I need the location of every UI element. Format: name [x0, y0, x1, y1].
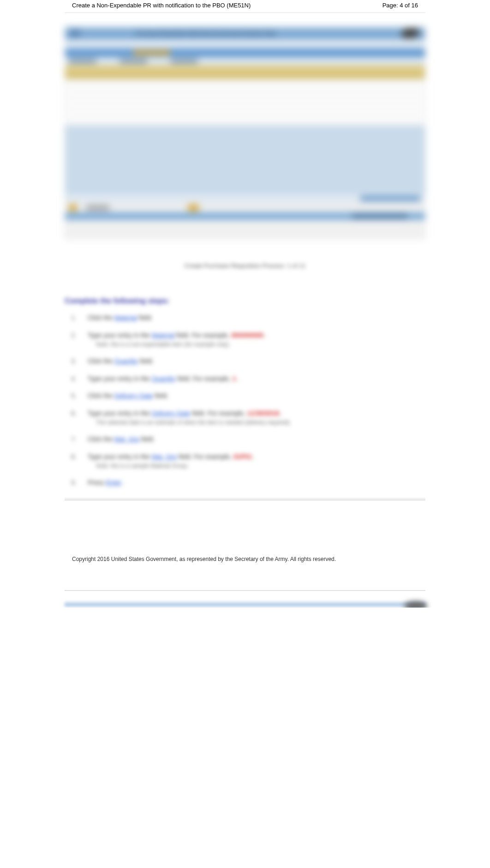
step-number: 9.	[65, 478, 88, 488]
copyright-text: Copyright 2016 United States Government,…	[65, 556, 425, 562]
step-item: 1. Click the Material field.	[65, 313, 425, 323]
step-number: 7.	[65, 435, 88, 444]
step-number: 2.	[65, 331, 88, 349]
step-text: Click the Mat. Grp field.	[88, 435, 425, 444]
step-link: Quantity	[152, 375, 176, 382]
next-page-peek	[65, 602, 425, 607]
step-text: Type your entry in the Mat. Grp field. F…	[88, 452, 425, 470]
step-subnote: Note: this is a non-expendable item (for…	[96, 341, 425, 349]
step-text: Type your entry in the Material field. F…	[88, 331, 425, 349]
step-item: 3. Click the Quantity field.	[65, 357, 425, 366]
step-subnote: Note: this is a sample Material Group.	[96, 462, 425, 470]
step-text: Type your entry in the Quantity field. F…	[88, 374, 425, 384]
step-number: 5.	[65, 392, 88, 401]
step-number: 3.	[65, 357, 88, 366]
step-subnote: The selected date is an estimate of when…	[96, 419, 425, 427]
step-link: Material	[114, 314, 137, 321]
step-link: Delivery Date	[152, 410, 191, 417]
screenshot-menu-text: Purchase Requisition Edit Goto Environme…	[135, 30, 275, 36]
page-break	[65, 590, 425, 591]
screenshot-caption: Create Purchase Requisition Process: 1 o…	[65, 262, 425, 269]
step-example-value: 11/30/2016	[247, 410, 280, 417]
step-example-value: 1	[233, 375, 236, 382]
step-link: Delivery Date	[114, 392, 153, 399]
header-page-number: Page: 4 of 16	[382, 2, 418, 9]
step-item: 9. Press Enter .	[65, 478, 425, 488]
section-heading: Complete the following steps:	[65, 297, 425, 305]
step-number: 1.	[65, 313, 88, 323]
step-example-value: 000000000	[231, 332, 263, 339]
page-header: Create a Non-Expendable PR with notifica…	[65, 0, 425, 13]
steps-list: 1. Click the Material field. 2. Type you…	[65, 313, 425, 488]
step-link: Quantity	[114, 357, 138, 365]
step-text: Click the Quantity field.	[88, 357, 425, 366]
step-text: Click the Material field.	[88, 313, 425, 323]
step-item: 6. Type your entry in the Delivery Date …	[65, 409, 425, 427]
step-item: 8. Type your entry in the Mat. Grp field…	[65, 452, 425, 470]
step-link: Material	[152, 332, 175, 339]
step-item: 7. Click the Mat. Grp field.	[65, 435, 425, 444]
step-number: 8.	[65, 452, 88, 470]
section-divider	[65, 497, 425, 500]
step-example-value: 01P01	[233, 453, 252, 460]
step-number: 4.	[65, 374, 88, 384]
step-link: Mat. Grp	[152, 453, 177, 460]
step-number: 6.	[65, 409, 88, 427]
step-link: Enter	[106, 479, 121, 486]
step-text: Type your entry in the Delivery Date fie…	[88, 409, 425, 427]
step-item: 5. Click the Delivery Date field.	[65, 392, 425, 401]
step-text: Click the Delivery Date field.	[88, 392, 425, 401]
step-item: 4. Type your entry in the Quantity field…	[65, 374, 425, 384]
embedded-screenshot: Purchase Requisition Edit Goto Environme…	[65, 27, 425, 239]
step-item: 2. Type your entry in the Material field…	[65, 331, 425, 349]
step-text: Press Enter .	[88, 478, 425, 488]
step-link: Mat. Grp	[114, 435, 139, 443]
header-title: Create a Non-Expendable PR with notifica…	[72, 2, 251, 9]
